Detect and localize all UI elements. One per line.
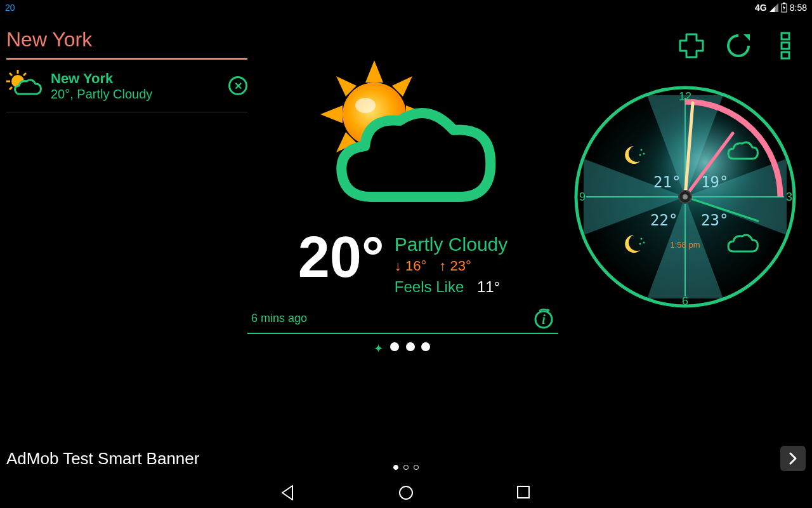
page-dot [421, 342, 430, 351]
svg-rect-11 [782, 33, 789, 39]
ad-banner[interactable]: AdMob Test Smart Banner [6, 441, 806, 476]
svg-line-10 [23, 73, 26, 76]
partly-cloudy-icon [6, 70, 44, 102]
page-dot [406, 342, 415, 351]
status-notification-count: 20 [5, 3, 15, 13]
current-temperature: 20° [298, 229, 384, 286]
forecast-top-right: 19° [701, 173, 728, 191]
ad-next-button[interactable] [780, 446, 806, 471]
current-condition-icon [301, 57, 504, 222]
recent-square-icon [516, 485, 531, 500]
clock-hour-6: 6 [682, 295, 688, 307]
clock-hour-9: 9 [579, 190, 586, 203]
refresh-icon [724, 32, 752, 60]
svg-marker-14 [365, 60, 383, 83]
ad-dot [403, 465, 409, 470]
svg-line-9 [10, 87, 12, 90]
svg-marker-16 [320, 105, 343, 123]
feels-like-value: 11° [477, 278, 500, 295]
battery-icon [781, 3, 787, 13]
add-city-button[interactable] [678, 32, 705, 60]
svg-text:i: i [542, 312, 546, 326]
clock-small-time: 1:58 pm [671, 240, 700, 250]
forecast-bottom-right: 23° [701, 211, 728, 229]
active-city-title: New York [6, 25, 247, 60]
home-circle-icon [398, 485, 414, 501]
nav-recent-button[interactable] [516, 485, 532, 501]
main-weather-panel: 20° Partly Cloudy ↓ 16° ↑ 23° Feels Like… [247, 57, 558, 356]
svg-rect-1 [783, 3, 785, 4]
svg-rect-13 [782, 52, 789, 58]
chevron-right-icon [787, 452, 799, 465]
current-condition-text: Partly Cloudy [395, 234, 508, 255]
remove-city-button[interactable]: ✕ [228, 76, 247, 95]
system-nav-bar [0, 478, 812, 508]
svg-point-36 [643, 153, 645, 155]
ad-dot [414, 465, 419, 470]
feels-like-label: Feels Like [395, 278, 464, 295]
high-temp: ↑ 23° [439, 258, 471, 274]
menu-button[interactable] [771, 32, 799, 60]
info-icon: i [533, 307, 554, 329]
low-temp: ↓ 16° [395, 258, 426, 274]
forecast-top-left: 21° [653, 173, 681, 191]
location-marker-icon: ✦ [374, 342, 383, 356]
feels-like-row: Feels Like 11° [395, 278, 508, 296]
svg-point-37 [639, 154, 641, 156]
menu-squares-icon [779, 32, 792, 60]
clock-hour-3: 3 [786, 190, 792, 203]
clock-hour-12: 12 [679, 90, 691, 103]
svg-point-39 [643, 242, 645, 244]
svg-point-43 [400, 486, 412, 499]
city-item-summary: 20°, Partly Cloudy [51, 87, 228, 102]
ad-banner-text: AdMob Test Smart Banner [6, 449, 199, 469]
svg-line-7 [10, 73, 12, 76]
svg-point-42 [683, 194, 688, 199]
last-updated-text: 6 mins ago [251, 312, 307, 325]
high-low-row: ↓ 16° ↑ 23° [395, 258, 508, 274]
svg-point-38 [641, 238, 643, 240]
forecast-bottom-left: 22° [650, 211, 678, 229]
nav-home-button[interactable] [398, 485, 414, 501]
svg-rect-44 [518, 486, 529, 498]
page-dot [390, 342, 399, 351]
status-right: 4G 8:58 [755, 3, 807, 13]
nav-back-button[interactable] [280, 485, 296, 501]
plus-icon [678, 32, 705, 60]
refresh-button[interactable] [724, 32, 752, 60]
city-list-item[interactable]: New York 20°, Partly Cloudy ✕ [6, 60, 247, 112]
city-item-name: New York [51, 70, 228, 87]
status-time: 8:58 [790, 3, 807, 13]
back-triangle-icon [280, 485, 296, 501]
signal-icon [769, 3, 778, 12]
svg-point-23 [355, 98, 376, 113]
svg-rect-12 [782, 43, 789, 49]
svg-point-35 [641, 149, 643, 151]
network-type: 4G [755, 3, 767, 13]
status-bar: 20 4G 8:58 [0, 0, 812, 15]
page-indicator[interactable]: ✦ [247, 342, 558, 356]
ad-dot [393, 465, 398, 470]
toolbar [678, 32, 799, 60]
svg-point-40 [639, 243, 641, 245]
ad-page-dots [393, 465, 419, 470]
sidebar: New York New York 20°, Partly Cloudy [6, 25, 247, 112]
forecast-clock[interactable]: 12 3 6 9 21° 19° 22° 23° 1:58 pm [571, 83, 799, 311]
info-button[interactable]: i [533, 307, 554, 329]
